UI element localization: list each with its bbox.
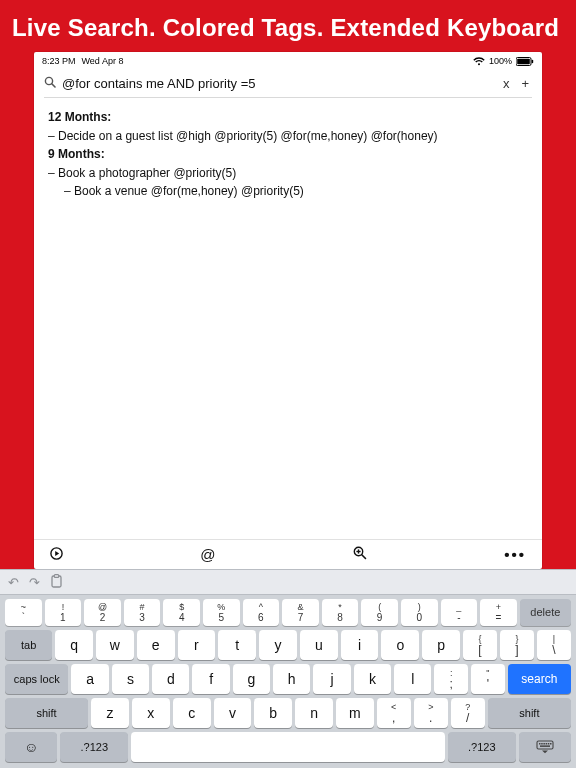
keyboard-bottom-row: ☺ .?123 .?123 <box>5 732 571 762</box>
num-key[interactable]: _- <box>441 599 478 626</box>
letter-key-m[interactable]: m <box>336 698 374 728</box>
svg-rect-1 <box>517 58 530 64</box>
letter-key-g[interactable]: g <box>233 664 270 694</box>
num-key[interactable]: (9 <box>361 599 398 626</box>
num-key[interactable]: #3 <box>124 599 161 626</box>
keyboard-area: ↶ ↷ ~`!1@2#3$4%5^6&7*8(9)0_-+=delete tab… <box>0 569 576 768</box>
keyboard-number-row: ~`!1@2#3$4%5^6&7*8(9)0_-+=delete <box>5 599 571 626</box>
num-key[interactable]: *8 <box>322 599 359 626</box>
undo-icon[interactable]: ↶ <box>8 575 19 590</box>
shift-key-left[interactable]: shift <box>5 698 88 728</box>
svg-rect-14 <box>539 743 541 745</box>
promo-headline: Live Search. Colored Tags. Extended Keyb… <box>0 0 576 52</box>
svg-rect-15 <box>541 743 543 745</box>
svg-rect-16 <box>543 743 545 745</box>
svg-marker-6 <box>55 551 59 556</box>
status-time: 8:23 PM <box>42 56 76 66</box>
search-icon <box>44 76 56 91</box>
num-key[interactable]: &7 <box>282 599 319 626</box>
editor-toolbar: @ ••• <box>34 539 542 569</box>
svg-rect-18 <box>548 743 550 745</box>
letter-key-e[interactable]: e <box>137 630 175 660</box>
letter-key-t[interactable]: t <box>218 630 256 660</box>
device-frame: 8:23 PM Wed Apr 8 100% x + 12 Months: – … <box>34 52 542 569</box>
redo-icon[interactable]: ↷ <box>29 575 40 590</box>
letter-key-p[interactable]: p <box>422 630 460 660</box>
letter-key-u[interactable]: u <box>300 630 338 660</box>
letter-key-h[interactable]: h <box>273 664 310 694</box>
letter-key-f[interactable]: f <box>192 664 229 694</box>
results-content: 12 Months: – Decide on a guest list @hig… <box>34 98 542 539</box>
list-item[interactable]: – Book a photographer @priority(5) <box>48 164 528 183</box>
clipboard-icon[interactable] <box>50 574 63 591</box>
num-key[interactable]: %5 <box>203 599 240 626</box>
delete-key[interactable]: delete <box>520 599 571 626</box>
letter-key-s[interactable]: s <box>112 664 149 694</box>
list-item[interactable]: – Book a venue @for(me,honey) @priority(… <box>48 182 528 201</box>
letter-key-i[interactable]: i <box>341 630 379 660</box>
battery-percent: 100% <box>489 56 512 66</box>
status-date: Wed Apr 8 <box>82 56 124 66</box>
keyboard-row-3: shift zxcvbnm <,>.?/ shift <box>5 698 571 728</box>
letter-key-j[interactable]: j <box>313 664 350 694</box>
sym-key[interactable]: {[ <box>463 630 497 660</box>
space-key[interactable] <box>131 732 445 762</box>
letter-key-v[interactable]: v <box>214 698 252 728</box>
search-key[interactable]: search <box>508 664 571 694</box>
clear-search-button[interactable]: x <box>500 76 513 91</box>
at-icon[interactable]: @ <box>200 546 215 563</box>
letter-key-a[interactable]: a <box>71 664 108 694</box>
status-bar: 8:23 PM Wed Apr 8 100% <box>34 52 542 68</box>
wifi-icon <box>473 57 485 66</box>
sym-key[interactable]: ?/ <box>451 698 485 728</box>
add-button[interactable]: + <box>518 76 532 91</box>
num-key[interactable]: @2 <box>84 599 121 626</box>
shift-key-right[interactable]: shift <box>488 698 571 728</box>
sym-key[interactable]: |\ <box>537 630 571 660</box>
sym-key[interactable]: <, <box>377 698 411 728</box>
group-heading: 9 Months: <box>48 145 528 164</box>
svg-line-4 <box>52 84 55 87</box>
letter-key-l[interactable]: l <box>394 664 431 694</box>
svg-rect-17 <box>545 743 547 745</box>
group-heading: 12 Months: <box>48 108 528 127</box>
letter-key-q[interactable]: q <box>55 630 93 660</box>
letter-key-b[interactable]: b <box>254 698 292 728</box>
dismiss-keyboard-key[interactable] <box>519 732 571 762</box>
letter-key-y[interactable]: y <box>259 630 297 660</box>
capslock-key[interactable]: caps lock <box>5 664 68 694</box>
svg-marker-21 <box>542 751 548 754</box>
tab-key[interactable]: tab <box>5 630 52 660</box>
num-key[interactable]: !1 <box>45 599 82 626</box>
num-key[interactable]: += <box>480 599 517 626</box>
letter-key-o[interactable]: o <box>381 630 419 660</box>
zoom-icon[interactable] <box>353 546 367 563</box>
letter-key-z[interactable]: z <box>91 698 129 728</box>
sym-key[interactable]: :; <box>434 664 468 694</box>
num-key[interactable]: ~` <box>5 599 42 626</box>
list-item[interactable]: – Decide on a guest list @high @priority… <box>48 127 528 146</box>
emoji-key[interactable]: ☺ <box>5 732 57 762</box>
play-icon[interactable] <box>50 546 63 563</box>
letter-key-k[interactable]: k <box>354 664 391 694</box>
mode-key[interactable]: .?123 <box>60 732 128 762</box>
letter-key-r[interactable]: r <box>178 630 216 660</box>
num-key[interactable]: )0 <box>401 599 438 626</box>
svg-rect-13 <box>537 741 553 749</box>
more-icon[interactable]: ••• <box>504 546 526 563</box>
search-input[interactable] <box>62 76 494 91</box>
svg-rect-20 <box>540 745 550 747</box>
letter-key-c[interactable]: c <box>173 698 211 728</box>
mode-key-right[interactable]: .?123 <box>448 732 516 762</box>
letter-key-x[interactable]: x <box>132 698 170 728</box>
letter-key-n[interactable]: n <box>295 698 333 728</box>
letter-key-w[interactable]: w <box>96 630 134 660</box>
num-key[interactable]: $4 <box>163 599 200 626</box>
letter-key-d[interactable]: d <box>152 664 189 694</box>
num-key[interactable]: ^6 <box>243 599 280 626</box>
svg-rect-12 <box>54 574 58 577</box>
keyboard: ~`!1@2#3$4%5^6&7*8(9)0_-+=delete tab qwe… <box>0 595 576 768</box>
sym-key[interactable]: }] <box>500 630 534 660</box>
sym-key[interactable]: "' <box>471 664 505 694</box>
sym-key[interactable]: >. <box>414 698 448 728</box>
